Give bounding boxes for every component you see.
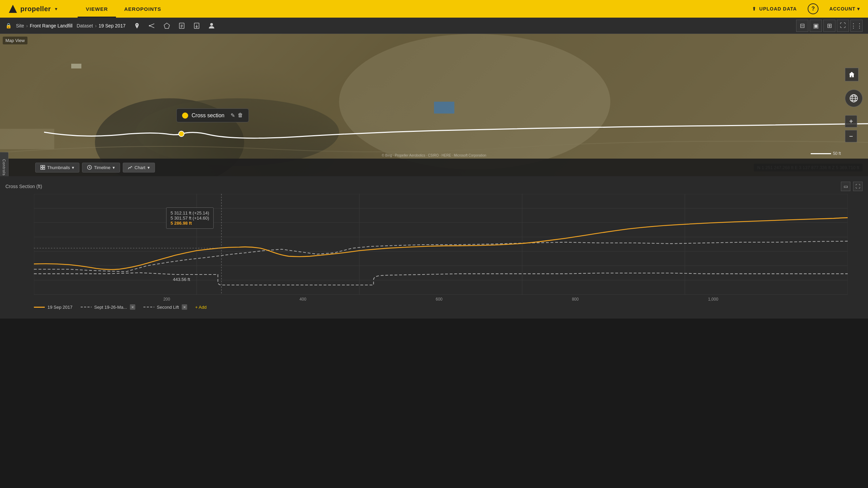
legend-label-sept19-26: Sept 19-26-Ma... (94, 305, 127, 310)
toolbar-right: ⊟ ▣ ⊞ ⛶ ⋮⋮ (796, 20, 863, 32)
legend-label-second-lift: Second Lift (157, 305, 179, 310)
main-nav: VIEWER AEROPOINTS (78, 0, 169, 18)
timeline-caret: ▾ (113, 165, 115, 170)
chart-svg (34, 194, 848, 296)
chart-button[interactable]: Chart ▾ (123, 163, 155, 172)
dataset-info: Dataset › 19 Sep 2017 (77, 23, 125, 28)
timeline-icon (87, 165, 92, 170)
map-image[interactable]: Cross section ✎ 🗑 Map View 50 ft © Bing … (0, 34, 868, 176)
thumbnails-caret: ▾ (72, 165, 74, 170)
svg-point-5 (210, 23, 213, 26)
tooltip-actions: ✎ 🗑 (231, 112, 243, 119)
legend-add-button[interactable]: + Add (195, 305, 207, 310)
svg-rect-10 (434, 102, 454, 114)
logo-caret[interactable]: ▾ (55, 6, 57, 12)
delete-cross-section[interactable]: 🗑 (238, 112, 243, 119)
view-split-vertical[interactable]: ⊟ (796, 20, 808, 32)
controls-tab[interactable]: Controls (0, 152, 8, 176)
timeline-label: Timeline (94, 165, 111, 170)
lock-icon: 🔒 (5, 23, 12, 29)
svg-rect-18 (41, 168, 42, 169)
svg-rect-3 (179, 23, 184, 28)
site-breadcrumb: Site › Front Range Landfill (16, 23, 73, 28)
legend-dashed-line-2 (143, 307, 154, 307)
chart-expand-button[interactable]: ⛶ (853, 182, 863, 191)
legend-item-sept19-26[interactable]: Sept 19-26-Ma... ✕ (81, 304, 135, 310)
cross-section-tooltip: Cross section ✎ 🗑 (176, 108, 249, 122)
export-pdf-icon[interactable] (177, 21, 186, 30)
chart-icon (128, 165, 133, 170)
legend-close-second-lift[interactable]: ✕ (182, 304, 187, 310)
export-data-icon[interactable] (192, 21, 201, 30)
legend-label-sept2017: 19 Sep 2017 (47, 305, 73, 310)
legend-close-sept19-26[interactable]: ✕ (130, 304, 135, 310)
svg-rect-19 (43, 168, 45, 169)
chart-title-text: Cross Section (ft) (5, 184, 42, 189)
zoom-in-button[interactable]: + (845, 115, 857, 127)
legend-solid-line (34, 307, 45, 308)
x-axis: 200 400 600 800 1,000 (0, 296, 868, 302)
legend-dashed-line-1 (81, 307, 92, 307)
map-label: Map View (3, 37, 27, 44)
toolbar-left: 🔒 Site › Front Range Landfill Dataset › … (5, 21, 791, 30)
zoom-out-button[interactable]: − (845, 130, 857, 142)
measure-icon[interactable] (147, 21, 157, 30)
map-bottom-bar: Controls Thumbnails ▾ Timeline ▾ Chart ▾ (0, 159, 868, 176)
chart-wrapper: 5,360 5,340 5,320 5,300 5,280 5,260 5,24… (0, 194, 848, 296)
svg-point-1 (149, 25, 150, 26)
polygon-icon[interactable] (162, 21, 172, 30)
svg-marker-0 (9, 5, 17, 13)
chart-legend: 19 Sep 2017 Sept 19-26-Ma... ✕ Second Li… (0, 302, 868, 310)
nav-aeropoints[interactable]: AEROPOINTS (116, 0, 169, 18)
chart-caret: ▾ (147, 165, 150, 170)
view-split-horizontal[interactable]: ▣ (810, 20, 822, 32)
help-button[interactable]: ? (808, 3, 818, 14)
propeller-logo-icon (8, 4, 18, 14)
scale-bar: 50 ft (811, 151, 841, 156)
chart-container: Cross Section (ft) ▭ ⛶ 5,360 5,340 5,320… (0, 176, 868, 319)
globe-button[interactable] (845, 89, 863, 107)
map-container: Cross section ✎ 🗑 Map View 50 ft © Bing … (0, 34, 868, 176)
upload-button[interactable]: ⬆ UPLOAD DATA (752, 6, 797, 12)
chart-collapse-button[interactable]: ▭ (841, 182, 850, 191)
logo-text: propeller (20, 5, 51, 13)
nav-viewer[interactable]: VIEWER (78, 0, 116, 18)
svg-rect-16 (41, 165, 42, 167)
view-grid[interactable]: ⊞ (823, 20, 835, 32)
user-icon[interactable] (207, 21, 216, 30)
thumbnails-label: Thumbnails (47, 165, 70, 170)
timeline-button[interactable]: Timeline ▾ (82, 163, 120, 172)
chart-expand-buttons: ▭ ⛶ (841, 182, 863, 191)
map-attribution: © Bing · Propeller Aerobotics · CSIRO · … (382, 154, 486, 157)
chart-title-bar: Cross Section (ft) ▭ ⛶ (0, 182, 868, 194)
scale-label: 50 ft (833, 151, 841, 156)
svg-rect-11 (71, 64, 81, 68)
scale-line (811, 153, 831, 154)
edit-cross-section[interactable]: ✎ (231, 112, 235, 119)
home-button[interactable] (845, 68, 859, 81)
site-name[interactable]: Front Range Landfill (30, 23, 73, 28)
thumbnails-button[interactable]: Thumbnails ▾ (35, 163, 79, 172)
toolbar-icons (132, 21, 216, 30)
cross-section-label: Cross section (192, 113, 224, 119)
tooltip-dot (182, 113, 188, 119)
svg-rect-8 (0, 129, 54, 149)
toolbar: 🔒 Site › Front Range Landfill Dataset › … (0, 18, 868, 34)
account-button[interactable]: ACCOUNT ▾ (829, 6, 860, 12)
nav-right: ⬆ UPLOAD DATA ? ACCOUNT ▾ (752, 3, 860, 14)
view-options[interactable]: ⋮⋮ (850, 20, 863, 32)
top-navigation: propeller ▾ VIEWER AEROPOINTS ⬆ UPLOAD D… (0, 0, 868, 18)
crosshair-x-label: 443.56 ft (173, 277, 190, 282)
thumbnails-icon (40, 165, 45, 170)
view-fullscreen[interactable]: ⛶ (837, 20, 849, 32)
legend-item-sept2017[interactable]: 19 Sep 2017 (34, 305, 73, 310)
dataset-date[interactable]: 19 Sep 2017 (99, 23, 125, 28)
map-controls-right: + − (845, 68, 863, 142)
svg-rect-17 (43, 165, 45, 167)
legend-item-second-lift[interactable]: Second Lift ✕ (143, 304, 187, 310)
chart-label: Chart (135, 165, 145, 170)
svg-point-9 (339, 34, 610, 169)
svg-marker-2 (164, 23, 170, 28)
logo-area[interactable]: propeller ▾ (8, 4, 57, 14)
location-icon[interactable] (132, 21, 142, 30)
